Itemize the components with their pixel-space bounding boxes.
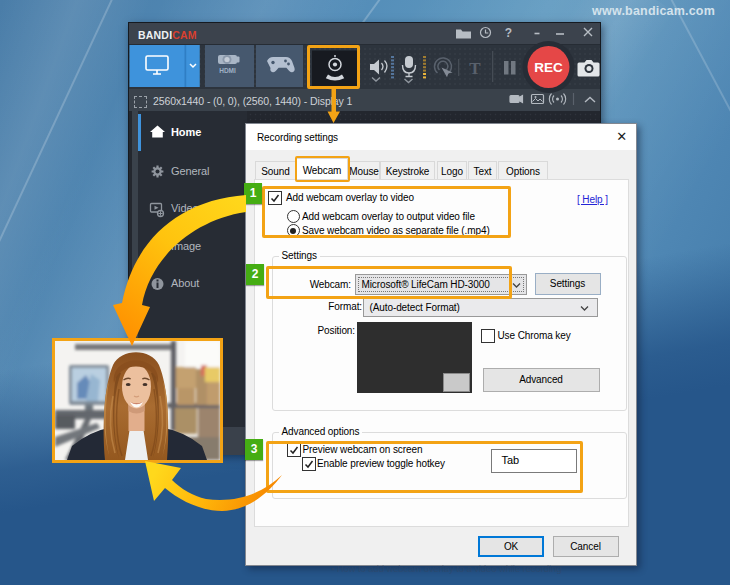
svg-text:?: ? bbox=[505, 26, 512, 40]
svg-text:REC: REC bbox=[534, 60, 563, 75]
svg-text:T: T bbox=[469, 59, 481, 78]
svg-text:HDMI: HDMI bbox=[219, 67, 236, 74]
